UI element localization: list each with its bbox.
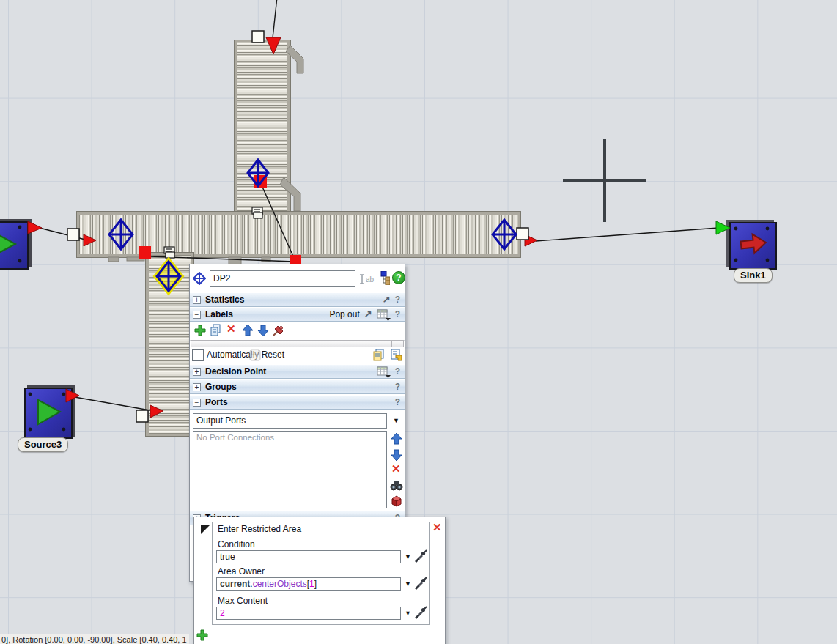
max-content-sampler-icon[interactable] xyxy=(414,605,428,620)
area-owner-label: Area Owner xyxy=(218,566,265,577)
connection-line-sink[interactable] xyxy=(536,228,718,241)
paste-labels-icon[interactable] xyxy=(390,349,403,362)
port-up-button[interactable] xyxy=(390,432,403,445)
source3-label: Source3 xyxy=(18,437,68,452)
condition-sampler-icon[interactable] xyxy=(414,549,428,563)
help-icon[interactable]: ? xyxy=(392,271,405,284)
collapse-triangle-icon[interactable] xyxy=(201,525,211,535)
popout-arrow-icon[interactable]: ↗ xyxy=(364,311,372,318)
condition-dropdown-arrow[interactable]: ▼ xyxy=(405,553,411,560)
arrow-green-right[interactable] xyxy=(716,221,730,234)
auto-reset-label: Automatically Reset xyxy=(207,349,284,360)
ports-type-dropdown[interactable]: Output Ports xyxy=(193,413,387,429)
max-content-input[interactable]: 2 xyxy=(216,607,401,620)
duplicate-label-button[interactable] xyxy=(210,324,223,337)
crosshair-cursor xyxy=(563,139,646,222)
conveyor-vertical-bottom[interactable] xyxy=(146,253,193,436)
popout-label[interactable]: Pop out xyxy=(329,309,359,319)
tree-view-icon[interactable] xyxy=(377,271,390,285)
expand-icon[interactable]: + xyxy=(193,383,201,391)
popout-arrow-icon[interactable]: ↗ xyxy=(383,296,391,303)
port-connections-list[interactable]: No Port Connections xyxy=(193,431,387,508)
conveyor-vertical-top[interactable] xyxy=(235,40,290,213)
decision-point-icon xyxy=(193,272,206,285)
connection-line-source3[interactable] xyxy=(75,397,154,411)
section-help-icon[interactable]: ? xyxy=(395,397,400,407)
collapse-icon[interactable]: − xyxy=(193,311,201,319)
delete-label-button[interactable]: ✕ xyxy=(226,324,236,334)
section-help-icon[interactable]: ? xyxy=(395,309,400,319)
sink-arrow-icon xyxy=(731,223,773,265)
add-label-button[interactable] xyxy=(193,324,207,337)
pin-button[interactable] xyxy=(272,324,285,337)
object-name-input[interactable]: DP2 xyxy=(210,270,355,287)
expand-icon[interactable]: + xyxy=(193,368,201,376)
conveyor-horizontal[interactable] xyxy=(77,212,520,257)
sink1-object[interactable] xyxy=(729,222,777,270)
status-bar: 0], Rotation [0.00, 0.00, -90.00], Scale… xyxy=(0,634,189,644)
save-icon[interactable] xyxy=(248,349,262,362)
table-options-icon[interactable] xyxy=(377,308,391,321)
sink1-label: Sink1 xyxy=(734,268,773,283)
source-object-partial[interactable] xyxy=(0,221,29,270)
trigger-title: Enter Restricted Area xyxy=(218,524,301,534)
move-down-button[interactable] xyxy=(257,324,270,337)
section-statistics[interactable]: + Statistics ↗ ? xyxy=(190,292,405,307)
collapse-icon[interactable]: − xyxy=(193,399,201,407)
connection-line-top[interactable] xyxy=(273,0,277,38)
section-labels[interactable]: − Labels Pop out ↗ ? xyxy=(190,307,405,322)
area-owner-dropdown-arrow[interactable]: ▼ xyxy=(405,580,411,588)
section-help-icon[interactable]: ? xyxy=(395,295,400,305)
section-ports[interactable]: − Ports ? xyxy=(190,395,405,410)
condition-input[interactable]: true xyxy=(216,550,401,563)
port-down-button[interactable] xyxy=(390,448,403,462)
trigger-close-button[interactable]: ✕ xyxy=(432,522,442,533)
ports-dropdown-arrow[interactable]: ▼ xyxy=(393,417,399,424)
source-play-icon xyxy=(0,223,24,265)
arrow-red-right-1[interactable] xyxy=(28,221,42,234)
model-3d-view[interactable]: Source3 Sink1 xyxy=(0,0,837,644)
svg-text:ab: ab xyxy=(366,275,375,284)
trigger-editor-popup: Enter Restricted Area ✕ Condition true ▼… xyxy=(193,517,446,644)
source3-play-icon xyxy=(26,389,68,434)
table-options-icon[interactable] xyxy=(377,366,391,378)
section-help-icon[interactable]: ? xyxy=(395,382,400,392)
section-help-icon[interactable]: ? xyxy=(395,366,400,377)
copy-labels-icon[interactable] xyxy=(373,349,386,362)
port-delete-button[interactable]: ✕ xyxy=(391,464,401,474)
find-binoculars-icon[interactable] xyxy=(390,478,403,492)
auto-reset-checkbox[interactable] xyxy=(192,349,204,361)
condition-label: Condition xyxy=(218,539,255,549)
source3-object[interactable] xyxy=(24,388,73,439)
max-content-dropdown-arrow[interactable]: ▼ xyxy=(405,610,411,617)
section-decision-point[interactable]: + Decision Point ? xyxy=(190,364,405,379)
arrow-red-right-5[interactable] xyxy=(525,234,537,246)
labels-table-header[interactable] xyxy=(191,340,404,347)
expand-icon[interactable]: + xyxy=(193,296,201,304)
object-cube-icon[interactable] xyxy=(390,495,403,508)
add-trigger-button[interactable] xyxy=(196,629,209,642)
section-groups[interactable]: + Groups ? xyxy=(190,380,405,394)
move-up-button[interactable] xyxy=(241,324,254,337)
area-owner-input[interactable]: current.centerObjects[1] xyxy=(216,577,401,591)
area-owner-sampler-icon[interactable] xyxy=(414,576,428,591)
max-content-label: Max Content xyxy=(218,596,268,606)
status-bar-text: 0], Rotation [0.00, 0.00, -90.00], Scale… xyxy=(1,635,189,644)
rename-icon[interactable]: ab xyxy=(358,273,375,286)
